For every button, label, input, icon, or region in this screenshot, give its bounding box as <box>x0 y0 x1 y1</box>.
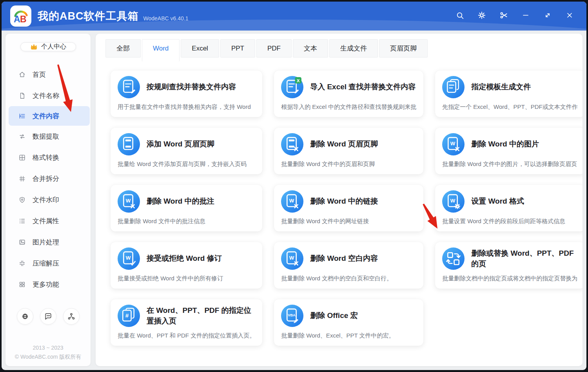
card-description: 批量接受或拒绝 Word 文件中的所有修订 <box>118 275 255 282</box>
compress-icon <box>18 260 26 267</box>
card-title: 接受或拒绝 Word 修订 <box>147 253 222 264</box>
sidebar-item-9[interactable]: 压缩解压 <box>5 253 91 274</box>
sidebar-item-label: 文件名称 <box>33 91 59 100</box>
tool-card-1[interactable]: X 导入 Excel 查找并替换文件内容 根据导入的 Excel 中的文件路径和… <box>274 70 423 117</box>
chat-button[interactable] <box>40 308 56 325</box>
word-comment-delete-icon: W <box>118 190 140 213</box>
tool-card-5[interactable]: W 删除 Word 中的图片 批量删除 Word 文件中的图片，可以选择删除页眉… <box>435 128 583 174</box>
tool-card-0[interactable]: 按规则查找并替换文件内容 用于批量在文件中查找并替换相关内容，支持 Word <box>111 70 262 117</box>
docs-stack-icon <box>442 76 465 98</box>
svg-text:W: W <box>126 255 131 261</box>
sidebar-item-label: 压缩解压 <box>33 259 59 268</box>
minimize-icon <box>522 11 530 21</box>
title-bar: A B 我的ABC软件工具箱 WodeABC v6.40.1 <box>2 2 586 31</box>
tab-Word[interactable]: Word <box>142 39 180 61</box>
category-tabs: 全部 Word Excel PPT PDF 文本 生成文件 页眉页脚 <box>96 34 583 61</box>
sidebar: 个人中心 首页 文件名称 文件内容 数据提取 格式转换 合并拆分 文件水印 文件… <box>5 34 91 366</box>
app-window: A B 我的ABC软件工具箱 WodeABC v6.40.1 <box>2 2 586 370</box>
macro-delete-icon: VBA <box>281 305 303 327</box>
sidebar-item-6[interactable]: 文件水印 <box>5 189 91 210</box>
word-image-delete-icon: W <box>442 133 465 155</box>
sidebar-item-2[interactable]: 文件内容 <box>9 106 90 126</box>
crown-icon <box>30 43 38 51</box>
tool-card-9[interactable]: W 接受或拒绝 Word 修订 批量接受或拒绝 Word 文件中的所有修订 <box>111 242 262 289</box>
tab-PDF[interactable]: PDF <box>256 39 292 58</box>
tab-label: 生成文件 <box>340 45 367 52</box>
browser-button[interactable] <box>17 308 33 325</box>
card-head: W 删除 Word 中的批注 <box>118 190 255 213</box>
word-format-icon: W <box>442 190 465 213</box>
svg-text:#: # <box>125 312 129 319</box>
sidebar-item-4[interactable]: 格式转换 <box>5 147 91 168</box>
card-head: 指定模板生成文件 <box>442 76 578 98</box>
tab-全部[interactable]: 全部 <box>105 39 141 58</box>
search-button[interactable] <box>452 8 468 24</box>
copyright-years: 2013 ~ 2023 <box>5 343 91 352</box>
tool-card-11[interactable]: 删除或替换 Word、PPT、PDF 的页 批量删除文档中的指定页或将文档中的指… <box>435 242 583 289</box>
sidebar-item-10[interactable]: 更多功能 <box>5 274 91 295</box>
sidebar-item-0[interactable]: 首页 <box>5 64 91 85</box>
tab-Excel[interactable]: Excel <box>181 39 219 58</box>
card-head: W 接受或拒绝 Word 修订 <box>118 247 255 270</box>
tool-card-3[interactable]: 添加 Word 页眉页脚 批量给 Word 文件添加页眉与页脚，支持嵌入页码 <box>111 128 262 174</box>
tab-label: PDF <box>267 45 281 52</box>
card-head: X 导入 Excel 查找并替换文件内容 <box>281 76 416 98</box>
sidebar-item-label: 合并拆分 <box>33 174 59 183</box>
tab-label: 文本 <box>304 45 317 52</box>
tab-label: 页眉页脚 <box>390 45 417 52</box>
tool-card-8[interactable]: W 设置 Word 格式 批量设置 Word 文件的段前段后间距等格式信息 <box>435 185 583 231</box>
svg-text:X: X <box>297 78 300 83</box>
tool-card-4[interactable]: 删除 Word 页眉页脚 批量删除 Word 文件中的页眉和页脚 <box>274 128 423 174</box>
tab-生成文件[interactable]: 生成文件 <box>329 39 378 58</box>
sidebar-item-7[interactable]: 文件属性 <box>5 210 91 231</box>
tool-card-7[interactable]: W 删除 Word 中的链接 批量删除 Word 文件中的网址链接 <box>274 185 423 231</box>
copyright: 2013 ~ 2023 © WodeABC.com 版权所有 <box>5 338 91 369</box>
tool-card-10[interactable]: W 删除 Word 空白内容 批量删除 Word 文档中的空白页和空白行。 <box>274 242 423 289</box>
minimize-button[interactable] <box>517 8 534 24</box>
card-title: 删除或替换 Word、PPT、PDF 的页 <box>471 248 578 269</box>
sidebar-nav: 首页 文件名称 文件内容 数据提取 格式转换 合并拆分 文件水印 文件属性 图片… <box>5 64 91 295</box>
tool-card-12[interactable]: # 在 Word、PPT、PDF 的指定位置插入页 批量在 Word、PPT 和… <box>111 299 262 346</box>
card-description: 根据导入的 Excel 中的文件路径和查找替换规则来批 <box>281 103 416 111</box>
card-title: 删除 Word 中的链接 <box>310 196 378 207</box>
svg-text:W: W <box>289 255 294 261</box>
app-logo: A B <box>10 5 31 27</box>
card-head: 按规则查找并替换文件内容 <box>118 76 255 98</box>
tab-页眉页脚[interactable]: 页眉页脚 <box>379 39 428 58</box>
doc-pencil-icon <box>118 76 140 98</box>
sidebar-item-label: 数据提取 <box>33 132 59 141</box>
page-swap-icon <box>442 247 465 270</box>
card-description: 批量删除 Word、Excel、PPT 文件中的宏。 <box>281 332 416 339</box>
sidebar-item-label: 文件水印 <box>33 195 59 204</box>
tab-PPT[interactable]: PPT <box>220 39 255 58</box>
search-icon <box>456 11 464 21</box>
card-title: 按规则查找并替换文件内容 <box>147 82 236 92</box>
sidebar-item-3[interactable]: 数据提取 <box>5 126 91 147</box>
sidebar-item-8[interactable]: 图片处理 <box>5 231 91 253</box>
doc-header-footer-delete-icon <box>281 133 303 155</box>
card-head: VBA 删除 Office 宏 <box>281 305 416 327</box>
personal-center-button[interactable]: 个人中心 <box>20 42 76 51</box>
sidebar-item-5[interactable]: 合并拆分 <box>5 168 91 189</box>
tool-card-13[interactable]: VBA 删除 Office 宏 批量删除 Word、Excel、PPT 文件中的… <box>274 299 423 346</box>
sidebar-item-1[interactable]: 文件名称 <box>5 85 91 106</box>
app-version: WodeABC v6.40.1 <box>143 15 189 22</box>
resize-button[interactable] <box>539 8 556 24</box>
share-button[interactable] <box>63 308 80 325</box>
card-description: 批量删除 Word 文件中的网址链接 <box>281 218 416 225</box>
settings-button[interactable] <box>474 8 490 24</box>
main-content: 全部 Word Excel PPT PDF 文本 生成文件 页眉页脚 按规则查找… <box>96 34 583 366</box>
sidebar-social-row <box>5 302 91 331</box>
data-extract-icon <box>18 133 26 140</box>
card-title: 删除 Word 中的图片 <box>471 139 539 150</box>
tool-card-2[interactable]: 指定模板生成文件 先指定一个 Excel、Word、PPT、PDF或文本文件作 <box>435 70 583 117</box>
card-description: 批量删除 Word 文件中的页眉和页脚 <box>281 161 416 168</box>
card-head: W 删除 Word 中的链接 <box>281 190 416 213</box>
tool-card-6[interactable]: W 删除 Word 中的批注 批量删除 Word 文件中的批注信息 <box>111 185 262 231</box>
close-button[interactable] <box>561 8 578 24</box>
scissors-button[interactable] <box>495 8 512 24</box>
card-description: 批量在 Word、PPT 和 PDF 文件的指定位置插入页。 <box>118 332 255 339</box>
doc-header-footer-icon <box>118 133 140 155</box>
card-title: 添加 Word 页眉页脚 <box>147 139 214 150</box>
tab-文本[interactable]: 文本 <box>293 39 328 58</box>
